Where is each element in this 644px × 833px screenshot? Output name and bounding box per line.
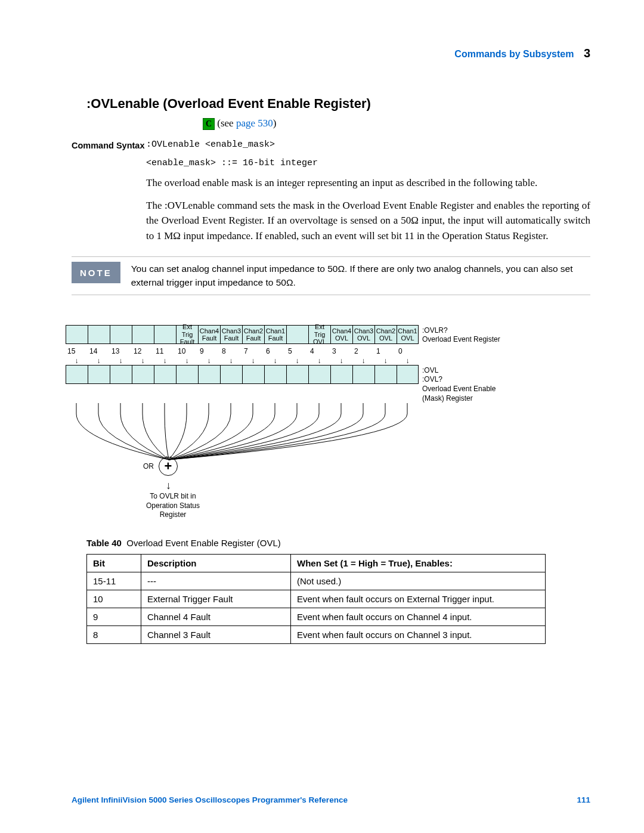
mask-bit-cell bbox=[242, 365, 264, 384]
arrow-down-icon: ↓ bbox=[330, 357, 352, 365]
register-bit-cell bbox=[132, 325, 154, 344]
arrow-down-icon: ↓ bbox=[88, 357, 110, 365]
command-syntax-label: Command Syntax bbox=[72, 140, 146, 243]
table-row: 15-11---(Not used.) bbox=[87, 572, 546, 590]
arrow-down-icon: ↓ bbox=[352, 357, 374, 365]
page-footer: Agilent InfiniiVision 5000 Series Oscill… bbox=[72, 795, 590, 804]
header-chapter: 3 bbox=[584, 47, 590, 60]
table-cell: External Trigger Fault bbox=[141, 590, 291, 608]
page-title: :OVLenable (Overload Event Enable Regist… bbox=[86, 96, 590, 112]
table-cell: 15-11 bbox=[87, 572, 141, 590]
arrow-down-icon: ↓ bbox=[132, 357, 154, 365]
header-breadcrumb: Commands by Subsystem 3 bbox=[72, 47, 590, 60]
syntax-line-1: :OVLenable <enable_mask> bbox=[146, 140, 590, 150]
register-bit-cell: Ext TrigOVL bbox=[308, 325, 330, 344]
register-bit-cell: Ext TrigFault bbox=[176, 325, 198, 344]
mask-bit-cell bbox=[198, 365, 220, 384]
table-header: When Set (1 = High = True), Enables: bbox=[291, 554, 546, 572]
register-bit-cell bbox=[66, 325, 88, 344]
table-row: 8Channel 3 FaultEvent when fault occurs … bbox=[87, 625, 546, 643]
output-label: To OVLR bit inOperation StatusRegister bbox=[131, 492, 215, 520]
table-cell: (Not used.) bbox=[291, 572, 546, 590]
arrow-down-icon: ↓ bbox=[308, 357, 330, 365]
bit-number: 11 bbox=[154, 347, 176, 355]
arrow-down-icon: ↓ bbox=[286, 357, 308, 365]
see-suffix: ) bbox=[273, 117, 277, 129]
mask-bit-cell bbox=[286, 365, 308, 384]
table-cell: Event when fault occurs on Channel 4 inp… bbox=[291, 608, 546, 625]
footer-page-number: 111 bbox=[577, 795, 590, 804]
arrow-down-icon: ↓ bbox=[397, 357, 419, 365]
table-row: 9Channel 4 FaultEvent when fault occurs … bbox=[87, 608, 546, 625]
register-bit-cell bbox=[286, 325, 308, 344]
arrow-down-icon: ↓ bbox=[110, 357, 132, 365]
register-bit-cell: Chan1Fault bbox=[264, 325, 286, 344]
note-badge: NOTE bbox=[72, 262, 120, 283]
register-bit-cell: Chan3OVL bbox=[352, 325, 374, 344]
footer-title: Agilent InfiniiVision 5000 Series Oscill… bbox=[72, 795, 348, 804]
mask-bit-cell bbox=[88, 365, 110, 384]
arrow-down-icon: ↓ bbox=[242, 357, 264, 365]
bit-number: 4 bbox=[308, 347, 330, 355]
bit-number: 7 bbox=[242, 347, 264, 355]
bit-number: 14 bbox=[88, 347, 110, 355]
bit-number: 15 bbox=[66, 347, 88, 355]
arrow-down-icon: ↓ bbox=[66, 357, 88, 365]
header-section: Commands by Subsystem bbox=[454, 49, 574, 59]
table-cell: Event when fault occurs on Channel 3 inp… bbox=[291, 625, 546, 643]
bit-number: 9 bbox=[198, 347, 220, 355]
bottom-register-label: :OVL:OVL?Overload Event Enable(Mask) Reg… bbox=[422, 365, 496, 403]
register-table: BitDescriptionWhen Set (1 = High = True)… bbox=[86, 554, 546, 644]
bit-number: 5 bbox=[286, 347, 308, 355]
or-label: OR bbox=[143, 462, 154, 470]
table-number: Table 40 bbox=[86, 538, 122, 548]
paragraph-2: The :OVLenable command sets the mask in … bbox=[146, 198, 590, 244]
arrow-down-icon: ↓ bbox=[374, 357, 397, 365]
table-cell: Channel 3 Fault bbox=[141, 625, 291, 643]
bit-number: 12 bbox=[132, 347, 154, 355]
register-bit-cell: Chan1OVL bbox=[397, 325, 419, 344]
table-cell: 10 bbox=[87, 590, 141, 608]
mask-bit-cell bbox=[154, 365, 176, 384]
arrow-down-icon: ↓ bbox=[176, 357, 198, 365]
see-prefix: (see bbox=[217, 117, 236, 129]
register-bit-cell: Chan4OVL bbox=[330, 325, 352, 344]
paragraph-1: The overload enable mask is an integer r… bbox=[146, 175, 590, 191]
bit-number: 0 bbox=[397, 347, 419, 355]
arrow-down-icon: ↓ bbox=[154, 357, 176, 365]
note-box: NOTE You can set analog channel input im… bbox=[72, 256, 590, 295]
register-diagram: Ext TrigFaultChan4FaultChan3FaultChan2Fa… bbox=[66, 325, 590, 520]
table-cell: 9 bbox=[87, 608, 141, 625]
register-bit-cell bbox=[110, 325, 132, 344]
register-bit-cell: Chan2OVL bbox=[374, 325, 397, 344]
core-command-icon: C bbox=[203, 118, 215, 130]
bit-number: 2 bbox=[352, 347, 374, 355]
top-register-label: :OVLR?Overload Event Register bbox=[422, 325, 500, 345]
register-bit-cell: Chan2Fault bbox=[242, 325, 264, 344]
table-cell: 8 bbox=[87, 625, 141, 643]
table-cell: Channel 4 Fault bbox=[141, 608, 291, 625]
mask-bit-cell bbox=[374, 365, 397, 384]
mask-bit-cell bbox=[132, 365, 154, 384]
table-header: Description bbox=[141, 554, 291, 572]
page-link[interactable]: page 530 bbox=[236, 117, 273, 129]
register-bit-cell bbox=[154, 325, 176, 344]
table-cell: --- bbox=[141, 572, 291, 590]
bit-number: 1 bbox=[374, 347, 397, 355]
mask-bit-cell bbox=[110, 365, 132, 384]
syntax-line-2: <enable_mask> ::= 16-bit integer bbox=[146, 158, 590, 168]
mask-bit-cell bbox=[176, 365, 198, 384]
bit-number: 6 bbox=[264, 347, 286, 355]
mask-bit-cell bbox=[66, 365, 88, 384]
register-bit-cell bbox=[88, 325, 110, 344]
table-caption: Table 40 Overload Event Enable Register … bbox=[86, 538, 590, 548]
mask-bit-cell bbox=[330, 365, 352, 384]
table-row: 10External Trigger FaultEvent when fault… bbox=[87, 590, 546, 608]
bit-number: 8 bbox=[220, 347, 242, 355]
table-title: Overload Event Enable Register (OVL) bbox=[126, 538, 280, 548]
table-header: Bit bbox=[87, 554, 141, 572]
or-gate-icon: + bbox=[159, 457, 178, 476]
arrow-down-icon: ↓ bbox=[166, 479, 590, 492]
bit-number: 13 bbox=[110, 347, 132, 355]
register-bit-cell: Chan4Fault bbox=[198, 325, 220, 344]
